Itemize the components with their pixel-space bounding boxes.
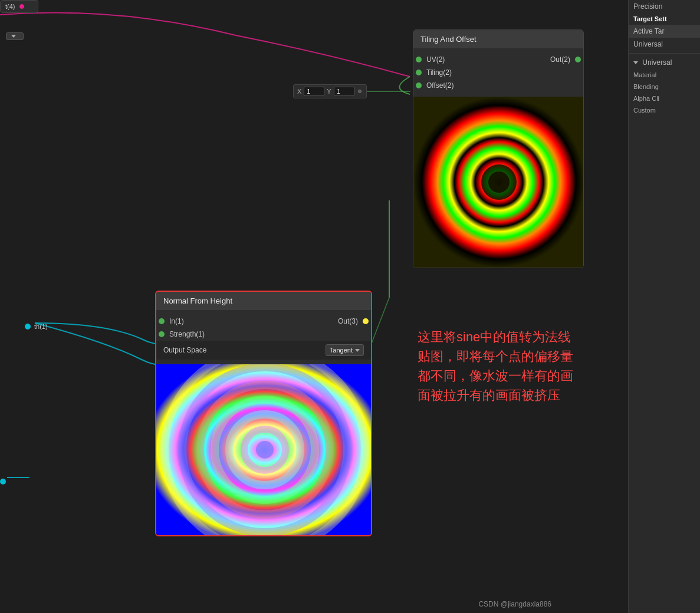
alpha-cli-label: Alpha Cli	[633, 95, 659, 102]
tiling-preview-svg	[413, 97, 584, 268]
target-settings-label: Target Sett	[633, 15, 667, 22]
canvas-area: t(4) th(1) Tiling And Offset UV(2) Out(2…	[0, 0, 628, 613]
normal-node-header: Normal From Height	[156, 292, 371, 310]
left-top-label: t(4)	[5, 3, 15, 10]
universal-section-header: Universal	[629, 56, 700, 69]
strength-label: Strength(1)	[169, 330, 371, 338]
uv-port-left	[416, 57, 422, 62]
precision-item[interactable]: Precision	[629, 0, 700, 13]
svg-point-4	[256, 441, 274, 459]
tiling-label: Tiling(2)	[426, 68, 583, 77]
left-bottom-port-dot	[0, 479, 6, 485]
output-space-row: Output Space Tangent	[156, 341, 371, 360]
tiling-node-title: Tiling And Offset	[420, 35, 476, 44]
svg-point-2	[488, 172, 510, 193]
custom-item[interactable]: Custom	[629, 104, 700, 116]
out-label: Out(2)	[498, 55, 570, 64]
normal-from-height-node: Normal From Height In(1) Out(3) Strength…	[155, 291, 372, 536]
left-top-node: t(4)	[0, 0, 38, 13]
left-bottom-port	[0, 476, 6, 487]
uv-label: UV(2)	[426, 55, 498, 64]
tiling-offset-node: Tiling And Offset UV(2) Out(2) Tiling(2)…	[413, 29, 584, 268]
left-port-dot	[25, 324, 31, 329]
tiling-preview	[413, 97, 584, 268]
custom-label: Custom	[633, 107, 656, 114]
offset-port-left	[416, 83, 422, 88]
material-item[interactable]: Material	[629, 69, 700, 81]
tiling-port-left	[416, 70, 422, 75]
dropdown-button[interactable]	[6, 32, 24, 40]
alpha-cli-item[interactable]: Alpha Cli	[629, 93, 700, 104]
uv-port-row: UV(2) Out(2)	[413, 53, 583, 66]
normal-preview	[156, 364, 371, 535]
out3-port-right	[363, 318, 369, 324]
out-port-right	[575, 57, 581, 62]
annotation-content: 这里将sine中的值转为法线贴图，即将每个点的偏移量都不同，像水波一样有的画面被…	[418, 329, 573, 403]
in-port-row: In(1) Out(3)	[156, 315, 371, 328]
tiling-node-body: UV(2) Out(2) Tiling(2) Offset(2)	[413, 48, 583, 97]
target-settings-header: Target Sett	[629, 13, 700, 25]
annotation-text: 这里将sine中的值转为法线贴图，即将每个点的偏移量都不同，像水波一样有的画面被…	[418, 327, 573, 405]
divider-1	[629, 53, 700, 54]
normal-node-body: In(1) Out(3) Strength(1) Output Space Ta…	[156, 310, 371, 364]
left-port-label: th(1)	[34, 323, 48, 330]
right-panel: Precision Target Sett Active Tar Univers…	[628, 0, 700, 613]
universal-label: Universal	[633, 40, 663, 48]
blending-item[interactable]: Blending	[629, 81, 700, 93]
output-space-label: Output Space	[163, 346, 206, 354]
x-label: X	[297, 88, 301, 95]
output-space-arrow-icon	[355, 349, 360, 352]
left-top-port	[19, 4, 24, 9]
y-label: Y	[327, 88, 331, 95]
universal-section-label: Universal	[642, 58, 672, 67]
out3-label: Out(3)	[264, 317, 358, 325]
in-port-left	[159, 318, 165, 324]
watermark: CSDN @jiangdaxia886	[478, 600, 551, 608]
normal-node-title: Normal From Height	[163, 296, 232, 305]
watermark-text: CSDN @jiangdaxia886	[478, 600, 551, 608]
tiling-port-row: Tiling(2)	[413, 66, 583, 79]
connector-mid-dot	[358, 90, 361, 93]
strength-port-row: Strength(1)	[156, 328, 371, 341]
y-input[interactable]	[334, 87, 354, 96]
xy-input-row: X Y	[293, 84, 367, 98]
tiling-node-header: Tiling And Offset	[413, 30, 583, 48]
offset-port-row: Offset(2)	[413, 79, 583, 92]
active-tar-label: Active Tar	[633, 27, 664, 35]
precision-label: Precision	[633, 2, 662, 11]
in-label: In(1)	[169, 317, 264, 325]
left-port-group: th(1)	[25, 323, 48, 330]
normal-preview-svg	[156, 364, 371, 535]
universal-collapse-icon	[633, 61, 638, 64]
blending-label: Blending	[633, 83, 659, 90]
x-input[interactable]	[304, 87, 324, 96]
active-tar-item[interactable]: Active Tar	[629, 25, 700, 38]
strength-port-left	[159, 331, 165, 337]
output-space-value: Tangent	[330, 347, 353, 354]
output-space-dropdown[interactable]: Tangent	[326, 344, 364, 356]
offset-label: Offset(2)	[426, 81, 583, 90]
material-label: Material	[633, 71, 656, 78]
universal-item[interactable]: Universal	[629, 38, 700, 51]
dropdown-arrow-icon	[11, 35, 16, 38]
